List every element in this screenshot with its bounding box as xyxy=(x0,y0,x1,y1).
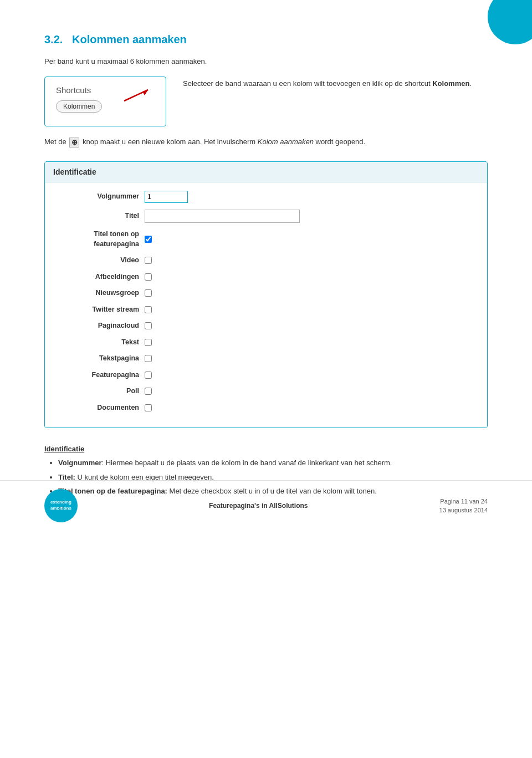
intro-text: Per band kunt u maximaal 6 kolommen aanm… xyxy=(44,57,488,65)
bullet-volgnummer: Volgnummer: Hiermee bepaalt u de plaats … xyxy=(58,457,488,469)
checkbox-tekst[interactable] xyxy=(145,339,152,346)
knop-before: Met de xyxy=(44,138,66,146)
footer-date-label: 13 augustus 2014 xyxy=(439,507,488,513)
kolommen-button[interactable]: Kolommen xyxy=(56,100,102,113)
checkbox-nieuwsgroep[interactable] xyxy=(145,289,152,297)
bullet-volgnummer-bold: Volgnummer xyxy=(58,459,102,467)
red-arrow-icon xyxy=(121,87,155,105)
form-row-nieuwsgroep: Nieuwsgroep xyxy=(56,288,476,298)
label-video: Video xyxy=(56,256,145,266)
form-row-afbeeldingen: Afbeeldingen xyxy=(56,272,476,282)
checkbox-tekstpagina[interactable] xyxy=(145,355,152,362)
checkbox-titel-tonen[interactable] xyxy=(145,236,152,243)
knop-text: Met de ⊕ knop maakt u een nieuwe kolom a… xyxy=(44,138,488,147)
form-body: Volgnummer Titel Titel tonen opfeaturepa… xyxy=(45,182,487,428)
svg-marker-1 xyxy=(142,90,148,95)
logo-line1: extending xyxy=(50,500,71,505)
logo-line2: ambitions xyxy=(50,506,71,511)
footer: extending ambitions Featurepagina's in A… xyxy=(0,480,532,522)
label-documenten: Documenten xyxy=(56,403,145,413)
shortcuts-description: Selecteer de band waaraan u een kolom wi… xyxy=(183,77,488,88)
form-row-documenten: Documenten xyxy=(56,403,476,413)
label-nieuwsgroep: Nieuwsgroep xyxy=(56,288,145,298)
checkbox-featurepagina[interactable] xyxy=(145,372,152,379)
form-row-twitter-stream: Twitter stream xyxy=(56,305,476,315)
label-tekst: Tekst xyxy=(56,338,145,348)
shortcuts-bold: Kolommen xyxy=(432,79,469,88)
label-volgnummer: Volgnummer xyxy=(56,192,145,202)
label-paginacloud: Paginacloud xyxy=(56,321,145,331)
form-row-tekstpagina: Tekstpagina xyxy=(56,354,476,364)
label-titel-tonen: Titel tonen opfeaturepagina xyxy=(56,230,145,249)
footer-center: Featurepagina's in AllSolutions xyxy=(78,502,439,510)
footer-center-text: Featurepagina's in AllSolutions xyxy=(209,502,308,510)
knop-icon: ⊕ xyxy=(69,138,79,147)
form-row-video: Video xyxy=(56,256,476,266)
volgnummer-input-wrapper xyxy=(145,191,188,203)
top-decoration xyxy=(488,0,532,44)
form-row-titel-tonen: Titel tonen opfeaturepagina xyxy=(56,230,476,249)
shortcuts-section: Shortcuts Kolommen Selecteer de band waa… xyxy=(44,77,488,126)
shortcuts-box: Shortcuts Kolommen xyxy=(44,77,166,126)
bullets-heading: Identificatie xyxy=(44,445,488,453)
checkbox-twitter-stream[interactable] xyxy=(145,306,152,313)
checkbox-paginacloud[interactable] xyxy=(145,322,152,329)
knop-end: wordt geopend. xyxy=(314,138,365,146)
knop-italic: Kolom aanmaken xyxy=(258,138,314,146)
label-titel: Titel xyxy=(56,211,145,221)
section-number: 3.2. xyxy=(44,33,63,45)
form-row-titel: Titel xyxy=(56,210,476,223)
footer-logo: extending ambitions xyxy=(44,489,78,522)
page-container: 3.2. Kolommen aanmaken Per band kunt u m… xyxy=(0,0,532,545)
label-afbeeldingen: Afbeeldingen xyxy=(56,272,145,282)
section-title: Kolommen aanmaken xyxy=(72,33,187,45)
footer-right: Pagina 11 van 24 13 augustus 2014 xyxy=(439,498,488,513)
knop-after: knop maakt u een nieuwe kolom aan. Het i… xyxy=(83,138,258,146)
form-row-paginacloud: Paginacloud xyxy=(56,321,476,331)
label-tekstpagina: Tekstpagina xyxy=(56,354,145,364)
label-poll: Poll xyxy=(56,386,145,396)
bullet-volgnummer-text: : Hiermee bepaalt u de plaats van de kol… xyxy=(102,459,392,467)
form-row-poll: Poll xyxy=(56,386,476,396)
label-twitter-stream: Twitter stream xyxy=(56,305,145,315)
checkbox-video[interactable] xyxy=(145,257,152,264)
form-row-volgnummer: Volgnummer xyxy=(56,191,476,203)
shortcuts-period: . xyxy=(469,79,472,88)
identificatie-header: Identificatie xyxy=(45,162,487,182)
section-heading: 3.2. Kolommen aanmaken xyxy=(44,33,488,46)
shortcuts-desc-text: Selecteer de band waaraan u een kolom wi… xyxy=(183,79,432,88)
checkbox-afbeeldingen[interactable] xyxy=(145,273,152,281)
footer-logo-text: extending ambitions xyxy=(50,500,71,511)
footer-page-label: Pagina 11 van 24 xyxy=(439,498,488,505)
label-featurepagina: Featurepagina xyxy=(56,370,145,380)
titel-input[interactable] xyxy=(145,210,300,223)
volgnummer-input[interactable] xyxy=(145,191,188,203)
form-row-tekst: Tekst xyxy=(56,338,476,348)
checkbox-documenten[interactable] xyxy=(145,404,152,411)
identificatie-form-box: Identificatie Volgnummer Titel Titel ton… xyxy=(44,161,488,428)
checkbox-poll[interactable] xyxy=(145,388,152,395)
form-row-featurepagina: Featurepagina xyxy=(56,370,476,380)
